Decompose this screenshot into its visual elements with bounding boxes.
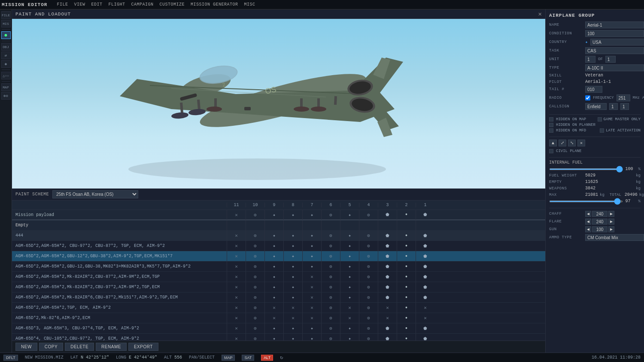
delete-button[interactable]: DELETE: [65, 343, 94, 351]
app-title: MISSION EDITOR: [2, 2, 47, 7]
status-alt-btn[interactable]: ALT: [261, 355, 273, 361]
rp-unit-input1[interactable]: [585, 56, 595, 63]
loadout-row-agm65d2-7[interactable]: AGM-65D*2,AGM-65H*2,TGP, ECM, AIM-9*2✕⊙✕…: [12, 303, 545, 313]
weapon-cell-agm65d2-6-6: ✦: [340, 292, 359, 303]
rp-chaff-decrement[interactable]: ◀: [585, 211, 591, 217]
rp-hidden-planner-checkbox[interactable]: [549, 123, 553, 127]
rp-game-master-checkbox[interactable]: [598, 117, 602, 122]
new-button[interactable]: NEW: [15, 343, 37, 351]
weapon-cell-agm65d3-3: ✦: [283, 323, 302, 334]
loadout-row-agm65d2-1[interactable]: AGM-65D*2,AGM-65H*2, CBU-97*2, CBU-87*2,…: [12, 241, 545, 251]
loadout-name-agm65d2-5: AGM-65D*2,AGM-65H*2,Mk-82AIR*2,CBU-97*2,…: [12, 285, 227, 289]
sidebar-btn-file[interactable]: FILE: [1, 11, 11, 19]
rp-hidden-mfd-checkbox[interactable]: [549, 128, 553, 133]
rp-arrow-up[interactable]: ▲: [549, 140, 557, 146]
close-button[interactable]: ✕: [538, 10, 542, 18]
rp-name-label: NAME: [549, 23, 583, 27]
loadout-row-agm65d2-4[interactable]: AGM-65D*2,AGM-65H*2,Mk-82AIR*2,CBU-87*2,…: [12, 272, 545, 282]
export-button[interactable]: EXPORT: [128, 343, 158, 351]
loadout-row-agm65d2-8[interactable]: AGM-65D*2,Mk-82*6,AIM-9*2,ECM✕⊙✕✕✕⊙✕⊙✕•✕: [12, 313, 545, 323]
loadout-row-mission-payload[interactable]: Mission payload ✕ ⊙ ✦ ✦ ✦ ⊙ ✦ ⊙ ⬟ • ⬟: [12, 210, 545, 220]
loadout-row-444[interactable]: 444 ✕ ⊙ ✦ ✦ ✦ ⊙ ✦ ⊙ ⬟ • ⬟: [12, 231, 545, 241]
weapon-cell-agm65d2-3-9: •: [397, 262, 416, 272]
paint-scheme-select[interactable]: 25th FS Osan AB, Korea (OS): [52, 190, 138, 198]
rp-freq-input[interactable]: [617, 94, 630, 101]
rp-empty-value: 11625: [585, 179, 634, 184]
loadout-row-agm65d4[interactable]: AGM-65D*4, CBU-105*2,CBU-97*2, TGP, ECM,…: [12, 334, 545, 341]
r4-7: ✦: [302, 231, 321, 241]
sidebar-btn-green[interactable]: ●: [1, 31, 11, 39]
rp-gun-decrement[interactable]: ◀: [585, 226, 591, 232]
menu-campaign[interactable]: CAMPAIGN: [128, 1, 156, 8]
status-dflt[interactable]: DFLT: [3, 355, 18, 361]
rp-arrow-x[interactable]: ✕: [577, 140, 585, 146]
weapon-cell-agm65d3-10: ⬟: [416, 323, 434, 334]
station-6: 6: [321, 203, 340, 207]
rp-name-input[interactable]: [585, 21, 644, 28]
status-map-btn[interactable]: MAP: [222, 355, 235, 361]
rp-flare-increment[interactable]: ▶: [608, 219, 614, 225]
sidebar-sep-4: [2, 81, 10, 82]
rp-weapons-unit: kg: [636, 186, 641, 191]
rp-gun-increment[interactable]: ▶: [608, 226, 614, 232]
rp-flare-stepper: ◀ ▶: [585, 219, 614, 225]
rp-type-input[interactable]: [585, 64, 644, 71]
menu-misc[interactable]: MISC: [242, 1, 258, 8]
rp-unit-input2[interactable]: [605, 56, 616, 63]
rename-button[interactable]: RENAME: [96, 343, 127, 351]
rp-callsign-input1[interactable]: [585, 103, 607, 110]
sidebar-sep-3: [2, 70, 10, 70]
loadout-row-agm65d2-3[interactable]: AGM-65D*2,AGM-65H*2,GBU-12,GBU-38,MK82*3…: [12, 262, 545, 272]
loadout-row-agm65d2-2[interactable]: AGM-65D*2,AGM-65H*2,GBU-12*2,GBU-38*2,AI…: [12, 251, 545, 262]
weapon-cell-agm65d2-6-9: •: [397, 292, 416, 303]
menu-flight[interactable]: FLIGHT: [106, 1, 128, 8]
rp-callsign-input2[interactable]: [609, 103, 618, 110]
menu-customize[interactable]: CUSTOMIZE: [157, 1, 188, 8]
rp-chaff-value[interactable]: [592, 211, 608, 217]
rp-civil-plane-row: CIVIL PLANE: [549, 149, 641, 153]
menu-mission-gen[interactable]: MISSION GENERATOR: [188, 1, 241, 8]
rp-late-activation-checkbox[interactable]: [600, 128, 604, 133]
menu-view[interactable]: VIEW: [71, 1, 88, 8]
rp-total-slider[interactable]: [549, 201, 623, 202]
rp-arrow-collapse[interactable]: ⤡: [568, 140, 576, 146]
rp-chaff-increment[interactable]: ▶: [608, 211, 614, 217]
status-long-value: E 42°44'49": [129, 355, 157, 360]
weapon-cell-agm65d2-3-2: ✦: [264, 262, 283, 272]
menu-edit[interactable]: EDIT: [88, 1, 105, 8]
rp-fuel-slider[interactable]: [549, 168, 623, 170]
rp-task-input[interactable]: [585, 47, 644, 54]
rp-radio-checkbox[interactable]: [585, 95, 590, 100]
rp-tail-input[interactable]: [585, 86, 602, 93]
status-sat-btn[interactable]: SAT: [242, 355, 254, 361]
svg-point-16: [171, 112, 188, 119]
loadout-row-agm65d2-6[interactable]: AGM-65D*2,AGM-65H*2,Mk-82AIR*6,CBU-87*2,…: [12, 292, 545, 303]
sidebar-btn-shapes[interactable]: △○○: [1, 72, 11, 79]
sidebar-btn-map[interactable]: MAP: [1, 83, 11, 91]
loadout-row-agm65d2-5[interactable]: AGM-65D*2,AGM-65H*2,Mk-82AIR*2,CBU-97*2,…: [12, 282, 545, 292]
copy-button[interactable]: COPY: [39, 343, 63, 351]
rp-callsign-input3[interactable]: [620, 103, 629, 110]
wp-8: ✦: [283, 210, 302, 220]
rp-flare-value[interactable]: [592, 219, 608, 225]
rp-arrow-expand[interactable]: ⤢: [559, 140, 566, 146]
rp-flare-decrement[interactable]: ◀: [585, 219, 591, 225]
rp-condition-input[interactable]: [585, 30, 644, 37]
rp-ammo-value[interactable]: [585, 234, 644, 241]
sidebar-btn-mis[interactable]: MIS: [1, 20, 11, 27]
sidebar-btn-arrows[interactable]: ⇄: [1, 52, 11, 59]
sidebar-btn-obj[interactable]: OBJ: [1, 43, 11, 51]
sidebar-btn-zoom[interactable]: ⊕⊖: [1, 92, 11, 100]
rp-civil-plane-checkbox[interactable]: [549, 149, 553, 153]
status-icon-refresh[interactable]: ↻: [280, 354, 283, 361]
loadout-section-empty[interactable]: Empty: [12, 220, 545, 231]
menu-file[interactable]: FILE: [54, 1, 70, 8]
loadout-area[interactable]: 11 10 9 8 7 6 5 4 3 2 1 Mission payload …: [12, 201, 545, 341]
rp-hidden-map-checkbox[interactable]: [549, 117, 553, 122]
loadout-weapons-agm65d2-7: ✕⊙✕✕✕⊙✕⊙✕•✕: [227, 303, 545, 313]
rp-gun-value[interactable]: [592, 226, 608, 232]
sidebar-btn-diamond[interactable]: ◈: [1, 60, 11, 68]
weapon-cell-agm65d3-1: ⊙: [246, 323, 264, 334]
loadout-row-agm65d3[interactable]: AGM-65D*3, AGM-65H*3, CBU-97*4,TGP, ECM,…: [12, 323, 545, 334]
rp-country-input[interactable]: [590, 39, 644, 46]
